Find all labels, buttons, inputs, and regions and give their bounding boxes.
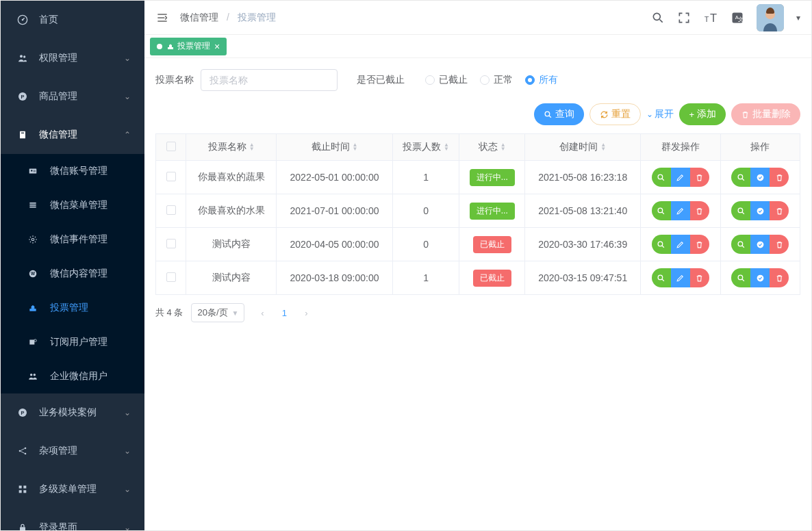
- expand-link[interactable]: ⌄展开: [646, 108, 674, 120]
- add-button[interactable]: +添加: [679, 103, 726, 125]
- view-button[interactable]: [652, 201, 671, 220]
- edit-button[interactable]: [671, 168, 690, 187]
- submenu-menu[interactable]: 微信菜单管理: [1, 188, 144, 222]
- view-button[interactable]: [731, 235, 750, 254]
- delete-button[interactable]: [690, 235, 709, 254]
- submenu-label: 订阅用户管理: [50, 336, 107, 348]
- delete-button[interactable]: [690, 268, 709, 287]
- avatar[interactable]: [757, 4, 784, 31]
- cell-deadline: 2022-05-01 00:00:00: [277, 161, 392, 194]
- page-1[interactable]: 1: [275, 303, 294, 322]
- svg-rect-31: [23, 490, 26, 493]
- col-name[interactable]: 投票名称▲▼: [186, 134, 277, 161]
- delete-button[interactable]: [770, 201, 789, 220]
- delete-button[interactable]: [690, 201, 709, 220]
- col-deadline[interactable]: 截止时间▲▼: [277, 134, 392, 161]
- cell-op: [720, 194, 800, 228]
- delete-button[interactable]: [770, 268, 789, 287]
- radio-closed[interactable]: 已截止: [425, 74, 468, 86]
- view-button[interactable]: [731, 201, 750, 220]
- row-checkbox[interactable]: [166, 205, 176, 215]
- submenu-label: 投票管理: [50, 302, 88, 314]
- check-button[interactable]: [750, 268, 770, 287]
- tab-vote[interactable]: 投票管理 ×: [150, 38, 227, 55]
- chevron-down-icon: ⌄: [124, 523, 131, 530]
- prev-page[interactable]: ‹: [253, 303, 272, 322]
- page-size-select[interactable]: 20条/页▼: [191, 303, 244, 322]
- svg-rect-7: [21, 133, 24, 133]
- view-button[interactable]: [731, 268, 750, 287]
- next-page[interactable]: ›: [296, 303, 316, 322]
- cell-groupop: [641, 161, 720, 194]
- table-header-row: 投票名称▲▼ 截止时间▲▼ 投票人数▲▼ 状态▲▼ 创建时间▲▼ 群发操作 操作: [156, 134, 800, 161]
- edit-button[interactable]: [671, 201, 690, 220]
- cell-status: 进行中...: [459, 161, 525, 194]
- submenu-subscribe[interactable]: 订阅用户管理: [1, 325, 144, 359]
- check-button[interactable]: [750, 201, 770, 220]
- breadcrumb-parent[interactable]: 微信管理: [180, 12, 218, 23]
- check-button[interactable]: [750, 235, 770, 254]
- delete-button[interactable]: [690, 168, 709, 187]
- submenu-vote[interactable]: 投票管理: [1, 291, 144, 325]
- edit-button[interactable]: [671, 268, 690, 287]
- chevron-up-icon: ⌃: [124, 130, 131, 140]
- delete-button[interactable]: [770, 168, 789, 187]
- svg-point-48: [757, 207, 763, 214]
- check-button[interactable]: [750, 168, 770, 187]
- submenu-corp[interactable]: 企业微信用户: [1, 359, 144, 393]
- chevron-down-icon: ⌄: [124, 92, 131, 101]
- col-create[interactable]: 创建时间▲▼: [525, 134, 641, 161]
- search-form: 投票名称 是否已截止 已截止 正常 所有: [155, 69, 800, 91]
- search-icon[interactable]: [651, 11, 665, 25]
- name-input[interactable]: [201, 69, 338, 91]
- col-count[interactable]: 投票人数▲▼: [392, 134, 459, 161]
- submenu-event[interactable]: 微信事件管理: [1, 222, 144, 257]
- gear-icon: [28, 235, 45, 244]
- menu-login[interactable]: 登录界面 ⌄: [1, 508, 144, 530]
- row-checkbox[interactable]: [166, 239, 176, 248]
- font-size-icon[interactable]: TT: [703, 10, 718, 25]
- menu-permission[interactable]: 权限管理 ⌄: [1, 39, 144, 77]
- p-circle-icon: P: [14, 407, 31, 418]
- svg-point-22: [34, 374, 36, 376]
- delete-button[interactable]: [770, 235, 789, 254]
- view-button[interactable]: [652, 235, 671, 254]
- p-circle-icon: P: [14, 91, 31, 102]
- menu-biz[interactable]: P 业务模块案例 ⌄: [1, 393, 144, 432]
- view-button[interactable]: [652, 168, 671, 187]
- reset-button[interactable]: 重置: [589, 103, 641, 125]
- submenu-label: 微信内容管理: [50, 268, 107, 280]
- edit-button[interactable]: [671, 235, 690, 254]
- svg-point-43: [659, 174, 663, 179]
- col-status[interactable]: 状态▲▼: [459, 134, 525, 161]
- chevron-down-icon: ⌄: [124, 446, 131, 456]
- translate-icon[interactable]: A文: [731, 11, 744, 25]
- fullscreen-icon[interactable]: [677, 11, 691, 25]
- row-checkbox[interactable]: [166, 272, 176, 282]
- select-all-checkbox[interactable]: [166, 142, 176, 151]
- close-icon[interactable]: ×: [214, 41, 220, 52]
- query-button[interactable]: 查询: [534, 103, 584, 125]
- menu-misc[interactable]: 杂项管理 ⌄: [1, 432, 144, 470]
- radio-all[interactable]: 所有: [525, 74, 558, 86]
- svg-point-42: [546, 112, 550, 116]
- corp-users-icon: [28, 372, 45, 381]
- svg-point-51: [757, 241, 763, 248]
- hamburger-icon[interactable]: [155, 11, 169, 25]
- view-button[interactable]: [652, 268, 671, 287]
- row-checkbox[interactable]: [166, 172, 176, 181]
- batch-delete-button[interactable]: 批量删除: [731, 103, 800, 125]
- sort-icon: ▲▼: [353, 143, 358, 151]
- svg-text:文: 文: [738, 16, 744, 23]
- menu-multi[interactable]: 多级菜单管理 ⌄: [1, 470, 144, 508]
- svg-point-50: [738, 242, 743, 246]
- cell-create: 2020-03-15 09:47:51: [525, 261, 641, 295]
- submenu-account[interactable]: 微信账号管理: [1, 154, 144, 188]
- menu-product[interactable]: P 商品管理 ⌄: [1, 77, 144, 116]
- radio-normal[interactable]: 正常: [480, 74, 513, 86]
- view-button[interactable]: [731, 168, 750, 187]
- dropdown-icon[interactable]: ▾: [796, 13, 800, 23]
- menu-wechat[interactable]: 微信管理 ⌃: [1, 116, 144, 154]
- submenu-content[interactable]: W 微信内容管理: [1, 257, 144, 291]
- menu-home[interactable]: 首页: [1, 1, 144, 39]
